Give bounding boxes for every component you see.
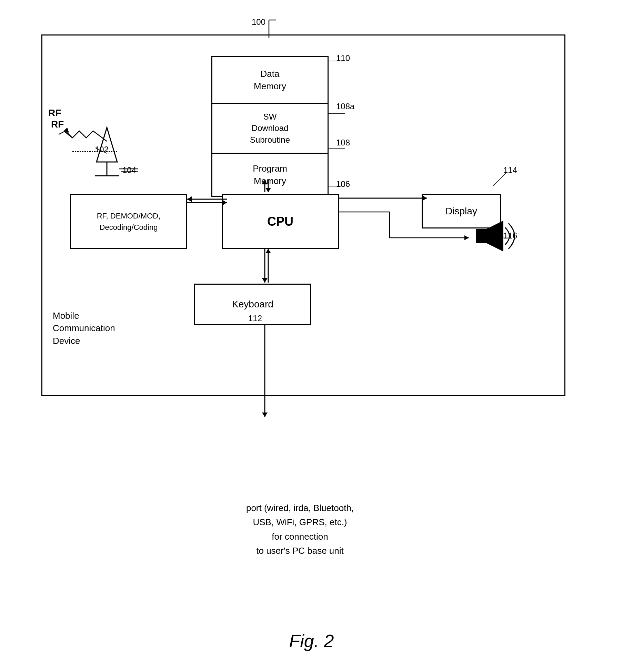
port-description-label: port (wired, irda, Bluetooth, USB, WiFi,…	[197, 501, 403, 558]
program-memory-block: Program Memory	[212, 154, 328, 196]
memory-block: Data Memory SW Download Subroutine Progr…	[211, 56, 329, 197]
display-block: Display	[422, 194, 501, 228]
rf-label: RF	[48, 108, 61, 119]
ref-100: 100	[252, 17, 265, 27]
ref-114: 114	[503, 165, 517, 175]
figure-caption: Fig. 2	[289, 631, 334, 651]
sw-download-block: SW Download Subroutine	[212, 104, 328, 154]
ref-108: 108	[336, 138, 350, 147]
ref-104: 104	[122, 165, 136, 175]
svg-marker-37	[262, 413, 268, 417]
ref-116: 116	[503, 231, 517, 241]
diagram-container: 100 Mobile Communication Device Data Mem…	[28, 14, 593, 600]
rf-demod-block: RF, DEMOD/MOD, Decoding/Coding	[70, 194, 187, 249]
ref-112: 112	[248, 314, 262, 323]
ref-102: 102	[95, 145, 109, 154]
cpu-block: CPU	[222, 194, 339, 249]
mobile-device-label: Mobile Communication Device	[53, 309, 115, 347]
main-bounding-box: Mobile Communication Device Data Memory …	[41, 34, 565, 396]
ref-108a: 108a	[336, 102, 354, 111]
ref-110: 110	[336, 53, 350, 63]
data-memory-block: Data Memory	[212, 57, 328, 104]
ref-106: 106	[336, 179, 350, 189]
